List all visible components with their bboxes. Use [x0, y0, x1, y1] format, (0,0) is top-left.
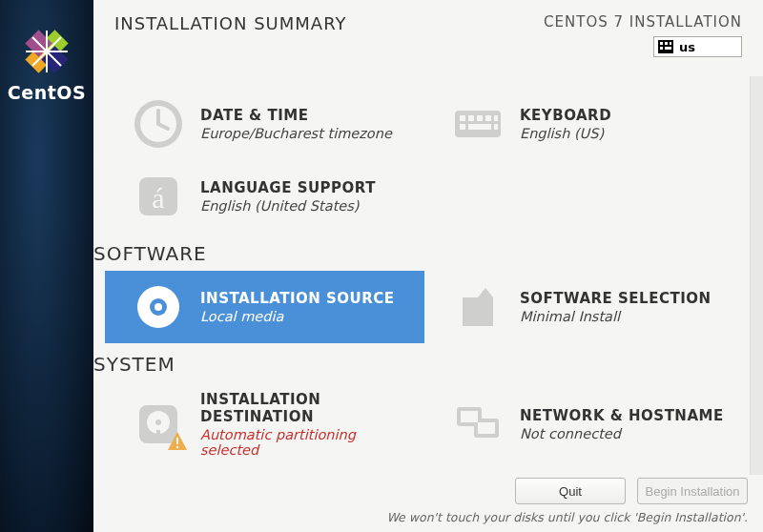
- begin-installation-button[interactable]: Begin Installation: [637, 478, 748, 504]
- page-title: INSTALLATION SUMMARY: [114, 13, 346, 57]
- svg-rect-11: [494, 115, 498, 121]
- svg-rect-14: [494, 124, 498, 130]
- warning-badge-icon: [166, 430, 189, 453]
- section-label-system: SYSTEM: [93, 343, 744, 381]
- spoke-status: Local media: [200, 309, 395, 324]
- footer: Quit Begin Installation We won't touch y…: [386, 478, 748, 524]
- svg-rect-23: [156, 430, 160, 441]
- network-icon: [451, 398, 505, 451]
- svg-point-19: [155, 303, 162, 311]
- sidebar: CentOS: [0, 0, 93, 532]
- svg-rect-13: [468, 124, 491, 130]
- svg-rect-25: [176, 446, 178, 448]
- language-icon: á: [132, 170, 185, 223]
- svg-rect-8: [468, 115, 474, 121]
- spoke-title: SOFTWARE SELECTION: [520, 290, 711, 307]
- spoke-title: LANGUAGE SUPPORT: [200, 179, 376, 196]
- spoke-status: Europe/Bucharest timezone: [200, 126, 392, 141]
- svg-rect-10: [485, 115, 491, 121]
- spoke-language-support[interactable]: á LANGUAGE SUPPORT English (United State…: [105, 160, 424, 233]
- svg-rect-12: [460, 124, 465, 130]
- spoke-title: INSTALLATION DESTINATION: [200, 391, 411, 425]
- svg-rect-29: [478, 422, 495, 434]
- installer-subtitle: CENTOS 7 INSTALLATION: [544, 13, 742, 31]
- svg-rect-9: [477, 115, 483, 121]
- header: INSTALLATION SUMMARY CENTOS 7 INSTALLATI…: [93, 0, 763, 57]
- keyboard-layout-indicator[interactable]: us: [653, 36, 742, 57]
- spoke-status: English (US): [520, 126, 611, 141]
- footer-note: We won't touch your disks until you clic…: [386, 510, 748, 524]
- brand-name: CentOS: [8, 82, 86, 103]
- spoke-title: DATE & TIME: [200, 107, 392, 124]
- svg-rect-28: [461, 411, 478, 422]
- quit-button[interactable]: Quit: [515, 478, 626, 504]
- spoke-status: Minimal Install: [520, 309, 711, 324]
- svg-point-22: [155, 419, 161, 425]
- harddrive-icon: [132, 398, 185, 451]
- spoke-network-hostname[interactable]: NETWORK & HOSTNAME Not connected: [424, 381, 744, 467]
- clock-icon: [132, 97, 185, 151]
- svg-text:á: á: [152, 182, 164, 214]
- keyboard-layout-text: us: [679, 40, 695, 54]
- svg-rect-7: [460, 115, 465, 121]
- spoke-software-selection[interactable]: SOFTWARE SELECTION Minimal Install: [424, 271, 744, 343]
- svg-rect-24: [176, 438, 178, 444]
- spoke-date-time[interactable]: DATE & TIME Europe/Bucharest timezone: [105, 88, 424, 160]
- spoke-title: NETWORK & HOSTNAME: [520, 407, 724, 424]
- keyboard-large-icon: [451, 97, 505, 151]
- content-area: DATE & TIME Europe/Bucharest timezone KE…: [93, 57, 763, 532]
- disc-icon: [132, 280, 185, 334]
- package-icon: [451, 280, 505, 334]
- scrollbar[interactable]: [750, 76, 763, 475]
- spoke-status: English (United States): [200, 198, 376, 214]
- keyboard-icon: [658, 40, 673, 53]
- spoke-status: Automatic partitioning selected: [200, 427, 411, 458]
- main-panel: INSTALLATION SUMMARY CENTOS 7 INSTALLATI…: [93, 0, 763, 532]
- section-label-software: SOFTWARE: [93, 233, 744, 271]
- centos-logo-icon: [24, 29, 70, 74]
- spoke-title: INSTALLATION SOURCE: [200, 290, 395, 307]
- spoke-keyboard[interactable]: KEYBOARD English (US): [424, 88, 744, 160]
- spoke-status: Not connected: [520, 426, 724, 441]
- spoke-title: KEYBOARD: [520, 107, 611, 124]
- spoke-installation-destination[interactable]: INSTALLATION DESTINATION Automatic parti…: [105, 381, 424, 467]
- spoke-installation-source[interactable]: INSTALLATION SOURCE Local media: [105, 271, 424, 343]
